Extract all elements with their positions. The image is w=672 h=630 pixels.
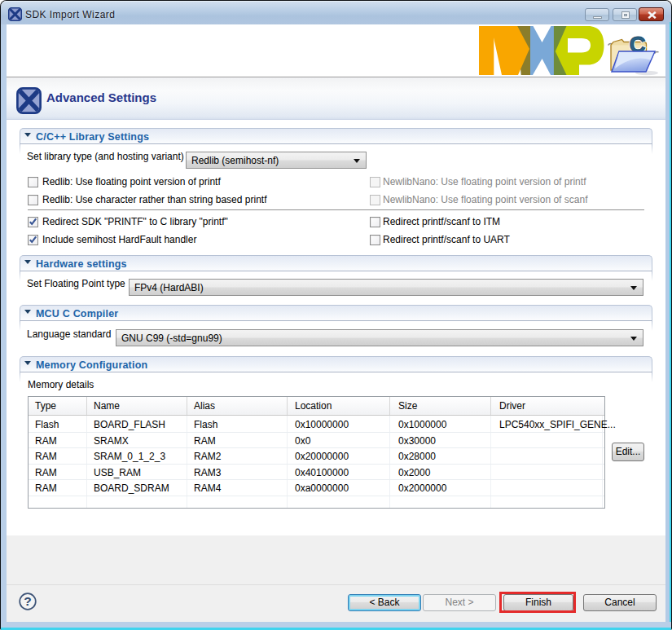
svg-text:?: ? — [24, 594, 31, 608]
